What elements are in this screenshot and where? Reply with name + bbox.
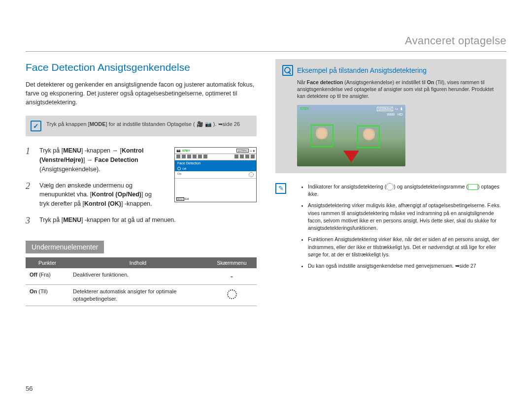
table-row: On (Til) Detekterer automatisk ansigter … (26, 285, 257, 306)
face-detect-frame (311, 125, 333, 147)
page-title: Face Detection Ansigtsgenkendelse (26, 62, 257, 73)
note-item: Du kan også indstille ansigtsgenkendelse… (308, 262, 506, 270)
step-3: 3 Tryk på [MENU] -knappen for at gå ud a… (26, 216, 257, 226)
left-column: Face Detection Ansigtsgenkendelse Det de… (26, 57, 257, 306)
step-2-text: Vælg den ønskede undermenu og menupunkte… (39, 181, 160, 209)
menu-on-row: On (175, 171, 256, 179)
example-photo: STBY [220Min] ▭▮ 9999 HD (297, 105, 405, 166)
page-number: 56 (26, 385, 33, 392)
submenu-header: Undermenuelementer (26, 241, 104, 253)
face-detect-icon (386, 183, 394, 190)
mode-callout-text: Tryk på knappen [MODE] for at indstille … (46, 121, 240, 128)
note-item: Indikatorer for ansigtsdetektering () og… (308, 183, 506, 198)
menu-exit-label: MENU Exit (176, 197, 189, 200)
intro-paragraph: Det detekterer og genkender en ansigtsli… (26, 80, 257, 107)
step-number: 1 (26, 146, 33, 156)
submenu-table: Punkter Indhold Skærmmenu Off (Fra) Deak… (26, 257, 257, 306)
section-header: Avanceret optagelse (26, 34, 506, 47)
notes-block: ✎ Indikatorer for ansigtsdetektering () … (275, 183, 506, 274)
example-body: Når Face detection (Ansigtsgenkendelse) … (297, 79, 499, 100)
table-row: Off (Fra) Deaktiverer funktionen. - (26, 268, 257, 285)
example-title: Eksempel på tilstanden Ansigtsdetekterin… (297, 66, 427, 74)
note-icon: ✎ (275, 183, 286, 194)
menu-off-row: Off (175, 166, 256, 171)
down-arrow-icon (343, 151, 359, 162)
note-item: Funktionen Ansigtsdetektering virker ikk… (308, 236, 506, 258)
menu-face-detection-row: Face Detection (175, 160, 256, 166)
header-rule (26, 51, 506, 52)
photo-stby-label: STBY (300, 107, 309, 110)
face-detect-frame (357, 125, 380, 148)
table-header: Punkter (26, 257, 69, 268)
table-header: Skærmmenu (207, 257, 257, 268)
step-1-text: Tryk på [MENU] -knappen → [Kontrol (Vens… (39, 146, 160, 174)
right-column: Eksempel på tilstanden Ansigtsdetekterin… (275, 57, 506, 306)
magnifier-icon (282, 65, 293, 76)
table-header: Indhold (69, 257, 207, 268)
step-number: 3 (26, 216, 33, 226)
face-frame-icon (468, 184, 478, 190)
example-callout: Eksempel på tilstanden Ansigtsdetekterin… (275, 59, 506, 173)
note-item: Ansigtsdetektering virker muligvis ikke,… (308, 202, 506, 232)
step-number: 2 (26, 181, 33, 191)
step-3-text: Tryk på [MENU] -knappen for at gå ud af … (39, 216, 176, 225)
check-icon: ✓ (31, 121, 41, 131)
face-detect-icon (227, 289, 237, 299)
mode-callout: ✓ Tryk på knappen [MODE] for at indstill… (26, 116, 257, 136)
menu-screenshot: 📷STBY [220Min]▭▮ Face Detection Off On M… (174, 147, 257, 202)
